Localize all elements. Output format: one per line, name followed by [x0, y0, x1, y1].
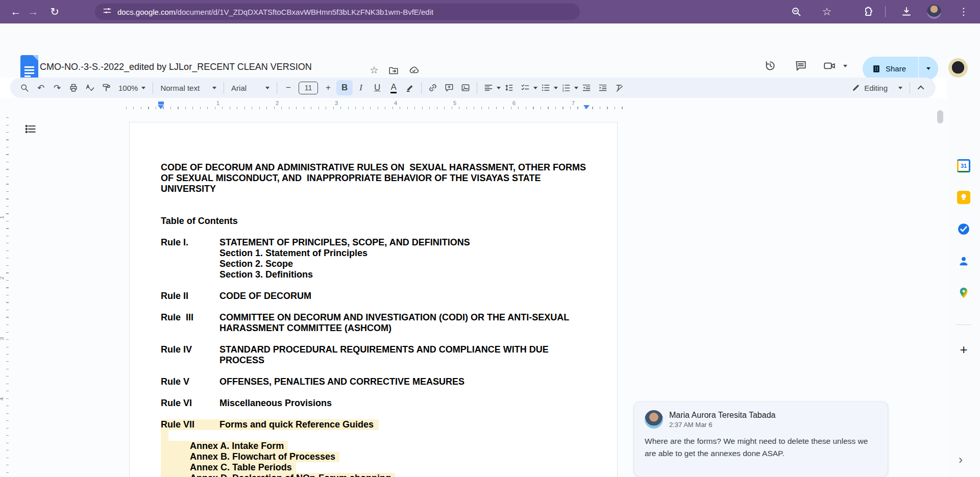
paragraph-style-select[interactable]: Normal text	[156, 80, 220, 95]
star-document-icon[interactable]: ☆	[369, 65, 380, 76]
checklist-caret-icon[interactable]	[533, 87, 537, 89]
paint-format-icon[interactable]	[98, 80, 114, 95]
comment-author-name: Maria Aurora Teresita Tabada	[669, 411, 775, 420]
camera-dropdown-caret-icon[interactable]	[843, 65, 847, 67]
url-text[interactable]: docs.google.com/document/d/1V_ZDqDXATSft…	[117, 8, 433, 16]
vertical-ruler: 1 2 3 4	[0, 109, 9, 477]
insert-link-icon[interactable]	[425, 80, 441, 95]
get-add-ons-plus-icon[interactable]: +	[957, 343, 970, 356]
document-status-cloud-icon[interactable]	[408, 65, 420, 76]
checklist-icon[interactable]	[517, 80, 533, 95]
rule-label: Rule III	[161, 312, 219, 334]
open-comments-icon[interactable]	[794, 59, 807, 72]
browser-reload-icon[interactable]: ↻	[46, 6, 63, 18]
comment-author-avatar	[645, 410, 663, 429]
extensions-icon[interactable]	[862, 6, 874, 18]
zoom-select[interactable]: 100%	[114, 80, 150, 95]
browser-profile-avatar[interactable]	[927, 5, 941, 19]
spell-check-icon[interactable]	[82, 80, 98, 95]
keep-notes-icon[interactable]	[957, 191, 970, 204]
account-avatar[interactable]	[948, 58, 968, 78]
decrease-font-size-button[interactable]: −	[280, 80, 297, 95]
join-call-camera-icon[interactable]	[823, 59, 836, 72]
left-indent-marker[interactable]	[158, 105, 164, 109]
zoom-out-icon[interactable]	[790, 6, 802, 18]
site-settings-icon[interactable]	[102, 6, 112, 18]
calendar-icon[interactable]: 31	[957, 159, 970, 172]
document-page[interactable]: CODE OF DECORUM AND ADMINISTRATIVE RULES…	[129, 122, 618, 477]
underline-button[interactable]: U	[369, 80, 385, 95]
docs-header: CMO-NO.-3-S.-2022_edited by LJLor_RECENT…	[0, 23, 980, 78]
comment-timestamp: 2:37 AM Mar 6	[669, 421, 775, 429]
decrease-indent-icon[interactable]	[578, 80, 595, 95]
version-history-icon[interactable]	[764, 59, 777, 72]
add-comment-icon[interactable]	[441, 80, 457, 95]
insert-image-icon[interactable]	[457, 80, 474, 95]
editing-mode-select[interactable]: Editing	[847, 80, 906, 95]
font-family-select[interactable]: Arial	[227, 80, 274, 95]
browser-back-icon[interactable]: ←	[7, 6, 24, 18]
comment-header: Maria Aurora Teresita Tabada 2:37 AM Mar…	[645, 410, 877, 429]
maps-icon[interactable]	[957, 286, 970, 299]
bookmark-star-icon[interactable]: ☆	[821, 6, 833, 18]
font-size-input[interactable]: 11	[299, 82, 318, 94]
toc-section: Section 3. Definitions	[219, 269, 592, 280]
comment-text: Where are the forms? We might need to de…	[645, 435, 877, 460]
document-title[interactable]: CMO-NO.-3-S.-2022_edited by LJLor_RECENT…	[40, 62, 312, 72]
highlight-color-icon[interactable]	[402, 80, 418, 95]
rule-title: Forms and quick Reference Guides	[219, 419, 374, 430]
align-icon[interactable]	[480, 80, 497, 95]
ruler-number: 2	[276, 100, 279, 106]
numbered-list-icon[interactable]: 123	[558, 80, 574, 95]
pencil-icon	[851, 83, 861, 92]
right-indent-marker[interactable]	[583, 105, 590, 109]
bulleted-list-caret-icon[interactable]	[554, 87, 558, 89]
show-side-panel-chevron-icon[interactable]: ›	[959, 453, 963, 467]
toc-rule-5: Rule V OFFENSES, PENALTIES AND CORRECTIV…	[161, 376, 592, 387]
horizontal-ruler: 1 2 3 4 5 6 7	[122, 99, 623, 110]
ruler-number: 7	[572, 100, 575, 106]
browser-forward-icon[interactable]: →	[24, 6, 42, 18]
ruler-number: 3	[0, 337, 5, 340]
formatting-toolbar: ↶ ↷ 100% Normal text Arial − 11 + B I U …	[10, 78, 936, 98]
line-spacing-icon[interactable]	[501, 80, 517, 95]
redo-icon[interactable]: ↷	[49, 80, 65, 95]
clear-formatting-icon[interactable]	[611, 80, 627, 95]
rule-label: Rule V	[161, 376, 219, 387]
align-caret-icon[interactable]	[497, 87, 501, 89]
italic-button[interactable]: I	[353, 80, 369, 95]
increase-font-size-button[interactable]: +	[320, 80, 336, 95]
first-line-indent-marker[interactable]	[158, 102, 164, 105]
comment-card[interactable]: Maria Aurora Teresita Tabada 2:37 AM Mar…	[634, 401, 888, 477]
rule-label: Rule I.	[161, 237, 219, 248]
toc-rule-6: Rule VI Miscellaneous Provisions	[161, 398, 592, 409]
search-menus-icon[interactable]	[16, 80, 33, 95]
move-to-folder-icon[interactable]	[388, 65, 399, 76]
show-document-outline-icon[interactable]	[23, 122, 38, 137]
document-heading: CODE OF DECORUM AND ADMINISTRATIVE RULES…	[161, 162, 592, 194]
text-color-button[interactable]: A	[385, 80, 402, 95]
contacts-icon[interactable]	[957, 255, 970, 268]
ruler-number: 1	[0, 216, 5, 219]
tasks-icon[interactable]	[957, 222, 970, 236]
share-dropdown-caret-icon[interactable]	[919, 67, 938, 70]
highlighted-blank-line	[161, 430, 168, 441]
print-icon[interactable]	[65, 80, 82, 95]
numbered-list-caret-icon[interactable]	[574, 87, 578, 89]
increase-indent-icon[interactable]	[595, 80, 611, 95]
hide-menus-chevron-up-icon[interactable]	[913, 80, 929, 95]
google-docs-logo[interactable]	[20, 55, 38, 79]
undo-icon[interactable]: ↶	[33, 80, 49, 95]
rule-label: Rule VI	[161, 398, 219, 409]
bulleted-list-icon[interactable]	[537, 80, 554, 95]
rule-title: Miscellaneous Provisions	[219, 398, 592, 409]
share-button-main[interactable]: Share	[863, 64, 918, 74]
address-bar[interactable]: docs.google.com/document/d/1V_ZDqDXATSft…	[95, 4, 580, 20]
share-button[interactable]: Share	[863, 57, 938, 81]
ruler-number: 4	[0, 397, 5, 400]
annex-item: Annex D. Declaration of NOn-Forum shoppi…	[161, 473, 395, 477]
vertical-scrollbar-thumb[interactable]	[937, 110, 943, 123]
download-icon[interactable]	[900, 6, 913, 18]
bold-button[interactable]: B	[336, 80, 353, 95]
browser-menu-kebab-icon[interactable]: ⋮	[958, 6, 970, 18]
